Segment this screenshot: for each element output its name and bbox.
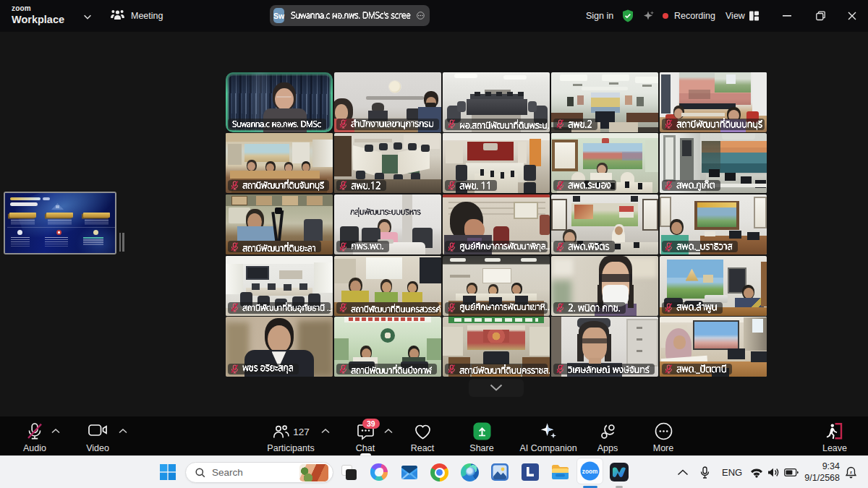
svg-text:z: z (850, 470, 852, 474)
svg-text:zoom: zoom (582, 468, 597, 475)
